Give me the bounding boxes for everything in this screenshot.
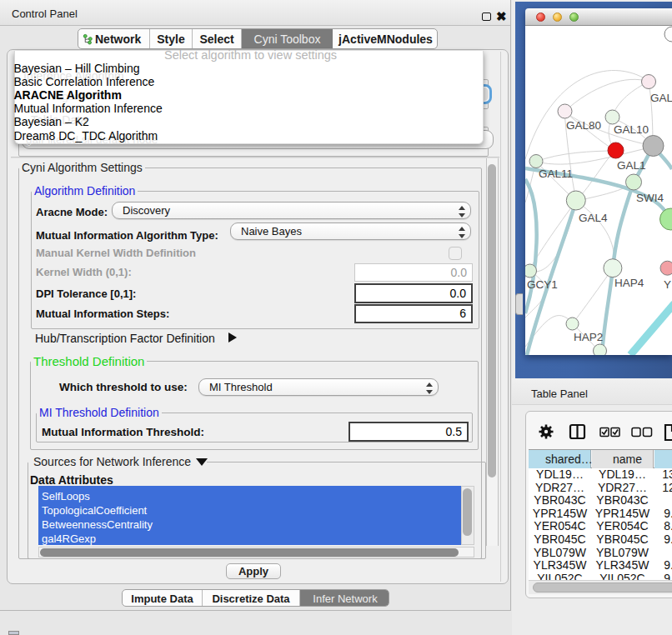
svg-text:GAL4: GAL4 xyxy=(579,212,608,224)
svg-text:HAP4: HAP4 xyxy=(614,277,644,289)
svg-text:SWI4: SWI4 xyxy=(636,192,664,204)
svg-text:GAL80: GAL80 xyxy=(566,119,601,132)
svg-text:GAL11: GAL11 xyxy=(539,168,573,180)
svg-text:GCY1: GCY1 xyxy=(527,278,558,291)
svg-text:GAL10: GAL10 xyxy=(614,123,649,136)
svg-text:HAP2: HAP2 xyxy=(574,331,603,343)
svg-text:GAL1: GAL1 xyxy=(617,159,646,172)
svg-text:Y: Y xyxy=(664,278,671,291)
svg-text:GAL7: GAL7 xyxy=(650,92,672,104)
